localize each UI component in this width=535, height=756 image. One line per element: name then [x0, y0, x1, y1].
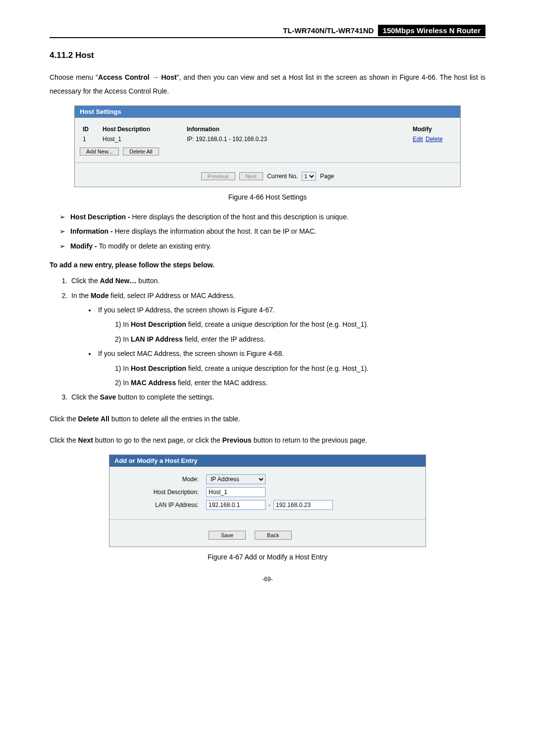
delete-all-button[interactable]: Delete All	[123, 148, 159, 155]
s-text: In the	[71, 292, 91, 300]
inner-item: 1) In Host Description field, create a u…	[113, 361, 485, 376]
p-bold: Previous	[222, 436, 252, 444]
delete-link[interactable]: Delete	[426, 136, 443, 143]
i-bold: LAN IP Address	[131, 335, 183, 343]
fig67-caption: Figure 4-67 Add or Modify a Host Entry	[50, 553, 485, 561]
b-text: If you select IP Address, the screen sho…	[98, 306, 275, 314]
row-info: IP: 192.168.0.1 - 192.168.0.23	[185, 135, 410, 144]
bullet-mac: If you select MAC Address, the screen sh…	[96, 347, 485, 390]
row-id: 1	[81, 135, 100, 144]
s-bold: Save	[100, 393, 116, 401]
col-info: Information	[185, 125, 410, 134]
li-text: Here displays the information about the …	[114, 227, 317, 235]
add-new-button[interactable]: Add New...	[80, 148, 119, 155]
page-select[interactable]: 1	[302, 172, 316, 181]
li-text: Here displays the description of the hos…	[132, 213, 348, 221]
s-text: Click the	[71, 277, 100, 285]
host-table: ID Host Description Information Modify 1…	[75, 124, 460, 145]
panel-title-add-modify: Add or Modify a Host Entry	[109, 455, 426, 467]
inner-item: 1) In Host Description field, create a u…	[113, 317, 485, 332]
page-number: -69-	[50, 576, 485, 583]
next-prev-paragraph: Click the Next button to go to the next …	[50, 433, 485, 447]
step-1: Click the Add New… button.	[69, 274, 485, 288]
s-text: field, select IP Address or MAC Address.	[108, 292, 235, 300]
figure-67-box: Add or Modify a Host Entry Mode: IP Addr…	[109, 454, 426, 547]
pager: Previous Next Current No. 1 Page	[75, 167, 460, 187]
s-text: Click the	[71, 393, 100, 401]
lan-ip-to-input[interactable]	[273, 500, 333, 510]
previous-button[interactable]: Previous	[201, 172, 235, 180]
li-bold: Modify -	[70, 242, 99, 250]
intro-text: Choose menu "	[50, 73, 98, 81]
doc-header: TL-WR740N/TL-WR741ND 150Mbps Wireless N …	[50, 25, 485, 38]
arrow-icon: →	[150, 73, 161, 81]
i-text: 1) In	[115, 364, 131, 372]
lan-ip-label: LAN IP Address:	[114, 502, 206, 508]
product-text: 150Mbps Wireless N Router	[378, 25, 485, 36]
p-text: button to go to the next page, or click …	[93, 436, 222, 444]
bullet-ip: If you select IP Address, the screen sho…	[96, 303, 485, 347]
i-text: 2) In	[115, 379, 131, 387]
page-label: Page	[320, 173, 334, 180]
intro-bold1: Access Control	[98, 73, 150, 81]
table-row: 1 Host_1 IP: 192.168.0.1 - 192.168.0.23 …	[81, 135, 454, 144]
host-desc-input[interactable]	[206, 487, 266, 497]
inner-item: 2) In LAN IP Address field, enter the IP…	[113, 332, 485, 347]
i-bold: Host Description	[131, 320, 186, 328]
i-text: field, create a unique description for t…	[186, 320, 369, 328]
intro-paragraph: Choose menu "Access Control → Host", and…	[50, 70, 485, 98]
description-list: Host Description - Here displays the des…	[50, 210, 485, 253]
model-text: TL-WR740N/TL-WR741ND	[283, 26, 377, 35]
s-bold: Add New…	[100, 277, 137, 285]
b-text: If you select MAC Address, the screen sh…	[98, 350, 284, 357]
i-bold: MAC Address	[131, 379, 176, 387]
panel-title-host-settings: Host Settings	[75, 106, 460, 118]
p-bold: Next	[78, 436, 93, 444]
p-text: button to return to the previous page.	[252, 436, 368, 444]
step-3: Click the Save button to complete the se…	[69, 390, 485, 404]
col-desc: Host Description	[101, 125, 184, 134]
list-item: Host Description - Here displays the des…	[59, 210, 485, 224]
intro-bold2: Host	[161, 73, 176, 81]
p-bold: Delete All	[78, 415, 109, 423]
li-bold: Information -	[70, 227, 114, 235]
i-text: field, enter the MAC address.	[176, 379, 268, 387]
list-item: Modify - To modify or delete an existing…	[59, 239, 485, 253]
dash-icon: -	[268, 502, 270, 508]
col-id: ID	[81, 125, 100, 134]
i-bold: Host Description	[131, 364, 186, 372]
fig66-caption: Figure 4-66 Host Settings	[50, 193, 485, 201]
save-button[interactable]: Save	[209, 531, 246, 540]
add-entry-heading: To add a new entry, please follow the st…	[50, 261, 485, 269]
p-text: button to delete all the entries in the …	[109, 415, 240, 423]
steps-list: Click the Add New… button. In the Mode f…	[50, 274, 485, 405]
lan-ip-from-input[interactable]	[206, 500, 266, 510]
figure-66-box: Host Settings ID Host Description Inform…	[74, 105, 461, 187]
current-no-label: Current No.	[267, 173, 298, 180]
i-text: 1) In	[115, 320, 131, 328]
s-bold: Mode	[91, 292, 109, 300]
section-title: 4.11.2 Host	[50, 50, 485, 60]
li-text: To modify or delete an existing entry.	[99, 242, 212, 250]
back-button[interactable]: Back	[255, 531, 291, 540]
p-text: Click the	[50, 436, 78, 444]
inner-item: 2) In MAC Address field, enter the MAC a…	[113, 376, 485, 390]
i-text: 2) In	[115, 335, 131, 343]
list-item: Information - Here displays the informat…	[59, 224, 485, 239]
s-text: button.	[136, 277, 160, 285]
mode-label: Mode:	[114, 476, 206, 483]
edit-link[interactable]: Edit	[413, 136, 423, 143]
col-modify: Modify	[411, 125, 454, 134]
row-desc: Host_1	[101, 135, 184, 144]
i-text: field, enter the IP address.	[183, 335, 266, 343]
host-desc-label: Host Description:	[114, 489, 206, 496]
mode-select[interactable]: IP Address	[206, 474, 266, 484]
next-button[interactable]: Next	[239, 172, 264, 180]
i-text: field, create a unique description for t…	[186, 364, 369, 372]
s-text: button to complete the settings.	[116, 393, 214, 401]
li-bold: Host Description -	[70, 213, 132, 221]
step-2: In the Mode field, select IP Address or …	[69, 289, 485, 391]
p-text: Click the	[50, 415, 78, 423]
delete-all-paragraph: Click the Delete All button to delete al…	[50, 412, 485, 426]
